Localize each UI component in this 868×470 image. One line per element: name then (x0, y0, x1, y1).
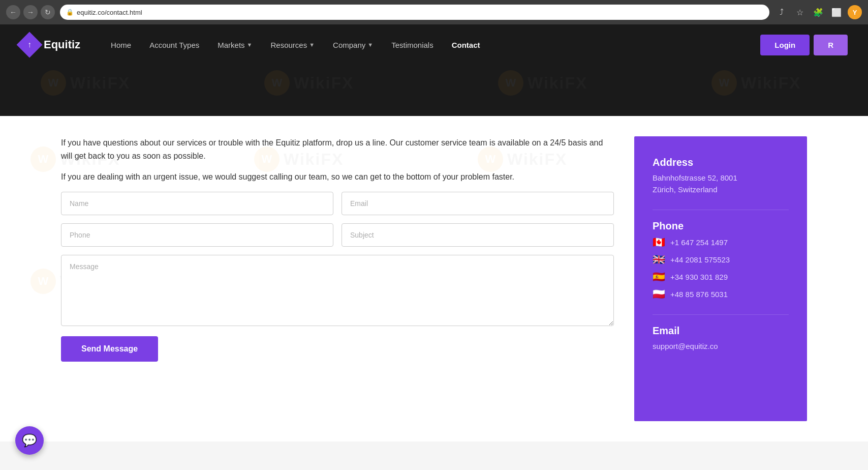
phone-es: 🇪🇸 +34 930 301 829 (653, 271, 789, 283)
form-section: If you have questions about our services… (61, 136, 614, 421)
window-button[interactable]: ⬜ (829, 5, 844, 19)
main-content: W WikiFX W WikiFX W WikiFX W WikiFX W Wi… (0, 116, 868, 442)
chat-icon: 💬 (22, 433, 37, 448)
flag-uk-icon: 🇬🇧 (653, 253, 665, 266)
divider-1 (653, 210, 789, 210)
email-section: Email support@equitiz.co (653, 325, 789, 352)
nav-links: Home Account Types Markets ▼ Resources ▼… (111, 41, 760, 49)
form-row-1 (61, 192, 614, 215)
navbar: ↑ Equitiz Home Account Types Markets ▼ R… (0, 24, 868, 65)
browser-nav-buttons: ← → ↻ (6, 5, 55, 19)
send-button[interactable]: Send Message (61, 336, 158, 362)
nav-home[interactable]: Home (111, 41, 131, 49)
address-bar[interactable]: 🔒 equitiz.co/contact.html (60, 5, 769, 20)
email-heading: Email (653, 325, 789, 337)
nav-resources[interactable]: Resources ▼ (270, 41, 315, 49)
email-address[interactable]: support@equitiz.co (653, 342, 718, 350)
phone-section: Phone 🇨🇦 +1 647 254 1497 🇬🇧 +44 2081 575… (653, 220, 789, 300)
flag-spain-icon: 🇪🇸 (653, 271, 665, 283)
hero-banner: W WikiFX W WikiFX W WikiFX W WikiFX (0, 65, 868, 116)
email-input[interactable] (342, 192, 614, 215)
address-line1: Bahnhofstrasse 52, 8001 (653, 172, 789, 184)
watermark-4: W WikiFX (711, 70, 801, 96)
bookmark-button[interactable]: ☆ (793, 5, 807, 19)
company-chevron-icon: ▼ (367, 42, 373, 48)
lock-icon: 🔒 (66, 9, 74, 16)
address-line2: Zürich, Switzerland (653, 184, 789, 196)
phone-uk-number: +44 2081 575523 (670, 255, 730, 264)
nav-actions: Login R (760, 35, 848, 55)
address-section: Address Bahnhofstrasse 52, 8001 Zürich, … (653, 157, 789, 195)
nav-company[interactable]: Company ▼ (333, 41, 373, 49)
phone-heading: Phone (653, 220, 789, 232)
nav-markets[interactable]: Markets ▼ (218, 41, 252, 49)
phone-ca: 🇨🇦 +1 647 254 1497 (653, 236, 789, 248)
forward-button[interactable]: → (23, 5, 38, 19)
watermark-area: W WikiFX W WikiFX W WikiFX W WikiFX (0, 65, 868, 116)
back-button[interactable]: ← (6, 5, 20, 19)
form-row-2 (61, 223, 614, 247)
markets-chevron-icon: ▼ (247, 42, 253, 48)
register-button[interactable]: R (814, 35, 848, 55)
intro-text-1: If you have questions about our services… (61, 136, 614, 162)
phone-input[interactable] (61, 223, 333, 247)
extensions-button[interactable]: 🧩 (811, 5, 825, 19)
share-button[interactable]: ⤴ (774, 5, 789, 19)
nav-account-types[interactable]: Account Types (149, 41, 199, 49)
chat-widget[interactable]: 💬 (15, 426, 44, 455)
url-text: equitiz.co/contact.html (77, 9, 142, 16)
watermark-1: W WikiFX (41, 70, 130, 96)
login-button[interactable]: Login (760, 35, 810, 55)
browser-chrome: ← → ↻ 🔒 equitiz.co/contact.html ⤴ ☆ 🧩 ⬜ … (0, 0, 868, 24)
flag-poland-icon: 🇵🇱 (653, 288, 665, 300)
phone-pl: 🇵🇱 +48 85 876 5031 (653, 288, 789, 300)
intro-text-2: If you are dealing with an urgent issue,… (61, 170, 614, 184)
divider-2 (653, 314, 789, 315)
phone-pl-number: +48 85 876 5031 (670, 290, 728, 299)
watermark-3: W WikiFX (498, 70, 587, 96)
name-input[interactable] (61, 192, 333, 215)
watermark-2: W WikiFX (264, 70, 354, 96)
address-heading: Address (653, 157, 789, 168)
phone-es-number: +34 930 301 829 (670, 273, 728, 281)
phone-uk: 🇬🇧 +44 2081 575523 (653, 253, 789, 266)
nav-contact[interactable]: Contact (452, 41, 480, 49)
reload-button[interactable]: ↻ (41, 5, 55, 19)
browser-actions: ⤴ ☆ 🧩 ⬜ Y (774, 5, 862, 19)
subject-input[interactable] (342, 223, 614, 247)
logo-arrow-icon: ↑ (27, 40, 32, 49)
contact-sidebar: Address Bahnhofstrasse 52, 8001 Zürich, … (634, 136, 807, 421)
resources-chevron-icon: ▼ (309, 42, 315, 48)
logo-diamond: ↑ (17, 32, 43, 58)
nav-testimonials[interactable]: Testimonials (391, 41, 433, 49)
phone-ca-number: +1 647 254 1497 (670, 238, 728, 247)
message-input[interactable] (61, 255, 614, 326)
logo-text: Equitiz (44, 38, 80, 51)
flag-canada-icon: 🇨🇦 (653, 236, 665, 248)
logo[interactable]: ↑ Equitiz (20, 36, 80, 54)
profile-button[interactable]: Y (848, 5, 862, 19)
